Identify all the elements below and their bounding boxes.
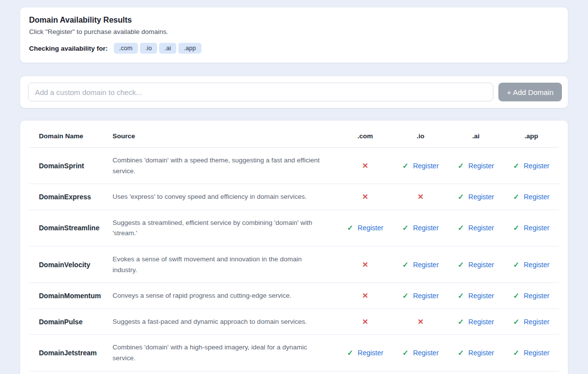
domain-name: DomainStreamline	[29, 210, 108, 246]
check-icon: ✓	[457, 348, 464, 357]
register-link[interactable]: Register	[523, 292, 549, 300]
register-link[interactable]: Register	[413, 162, 439, 170]
register-link[interactable]: Register	[523, 261, 549, 269]
domain-name: DomainExpress	[29, 184, 108, 210]
register-link[interactable]: Register	[358, 349, 383, 357]
page: Domain Availability Results Click "Regis…	[0, 0, 588, 374]
register-link[interactable]: Register	[523, 162, 549, 170]
checking-label: Checking availability for:	[29, 45, 108, 52]
add-domain-button[interactable]: + Add Domain	[498, 83, 562, 101]
table-row: DomainExpressUses 'express' to convey sp…	[29, 184, 559, 210]
register-link[interactable]: Register	[523, 318, 549, 326]
availability-cell-app: ✓Register	[513, 317, 550, 326]
domain-name: DomainJetstream	[29, 335, 108, 371]
add-domain-card: + Add Domain	[20, 76, 568, 108]
register-link[interactable]: Register	[523, 193, 549, 201]
check-icon: ✓	[457, 161, 464, 170]
availability-cell-ai: ✓Register	[457, 348, 494, 357]
availability-cell-io: ✓Register	[402, 260, 439, 269]
page-title: Domain Availability Results	[29, 16, 559, 25]
unavailable-x-icon: ✕	[418, 192, 424, 201]
register-link[interactable]: Register	[468, 162, 494, 170]
domain-source: Evokes a sense of swift movement and inn…	[108, 246, 337, 282]
domain-name: DomainSprint	[29, 148, 108, 184]
checking-row: Checking availability for: .com.io.ai.ap…	[29, 43, 559, 54]
table-row: DomainPulseSuggests a fast-paced and dyn…	[29, 309, 559, 335]
table-row: DomainVelocityEvokes a sense of swift mo…	[29, 246, 559, 282]
tld-badge-list: .com.io.ai.app	[114, 43, 203, 54]
domain-source: Suggests a fast-paced and dynamic approa…	[108, 309, 337, 335]
check-icon: ✓	[402, 161, 409, 170]
page-subtitle: Click "Register" to purchase available d…	[29, 28, 559, 35]
check-icon: ✓	[513, 317, 520, 326]
check-icon: ✓	[513, 260, 520, 269]
register-link[interactable]: Register	[468, 193, 494, 201]
check-icon: ✓	[457, 291, 464, 300]
register-link[interactable]: Register	[523, 349, 549, 357]
check-icon: ✓	[457, 317, 464, 326]
custom-domain-input[interactable]	[28, 83, 493, 101]
check-icon: ✓	[513, 161, 520, 170]
availability-cell-com: ✓Register	[347, 223, 384, 232]
check-icon: ✓	[513, 291, 520, 300]
check-icon: ✓	[402, 348, 409, 357]
domain-source: Suggests a streamlined, efficient servic…	[108, 210, 337, 246]
register-link[interactable]: Register	[413, 261, 439, 269]
availability-cell-app: ✓Register	[513, 348, 550, 357]
unavailable-x-icon: ✕	[362, 161, 368, 170]
domain-source: Uses 'express' to convey speed and effic…	[108, 184, 337, 210]
domain-source: Combines 'domain' with a high-speed imag…	[108, 335, 337, 371]
register-link[interactable]: Register	[413, 349, 439, 357]
availability-cell-io: ✓Register	[402, 161, 439, 170]
table-row: DomainMomentumConveys a sense of rapid p…	[29, 283, 559, 309]
availability-cell-io: ✓Register	[402, 291, 439, 300]
domain-name: DomainPulse	[29, 309, 108, 335]
availability-table: Domain Name Source .com .io .ai .app Dom…	[29, 124, 559, 372]
check-icon: ✓	[513, 348, 520, 357]
column-header-app: .app	[504, 124, 559, 148]
table-row: DomainJetstreamCombines 'domain' with a …	[29, 335, 559, 371]
check-icon: ✓	[457, 223, 464, 232]
register-link[interactable]: Register	[468, 224, 494, 232]
column-header-domain-name: Domain Name	[29, 124, 108, 148]
availability-cell-io: ✓Register	[402, 223, 439, 232]
check-icon: ✓	[457, 260, 464, 269]
register-link[interactable]: Register	[358, 224, 383, 232]
check-icon: ✓	[457, 192, 464, 201]
register-link[interactable]: Register	[413, 292, 439, 300]
availability-cell-app: ✓Register	[513, 291, 550, 300]
availability-cell-ai: ✓Register	[457, 260, 494, 269]
availability-cell-ai: ✓Register	[457, 291, 494, 300]
register-link[interactable]: Register	[468, 292, 494, 300]
check-icon: ✓	[513, 192, 520, 201]
domain-source: Conveys a sense of rapid progress and cu…	[108, 283, 337, 309]
check-icon: ✓	[402, 223, 409, 232]
register-link[interactable]: Register	[468, 349, 494, 357]
check-icon: ✓	[402, 260, 409, 269]
availability-cell-ai: ✓Register	[457, 223, 494, 232]
table-header-row: Domain Name Source .com .io .ai .app	[29, 124, 559, 148]
table-row: DomainStreamlineSuggests a streamlined, …	[29, 210, 559, 246]
domain-name: DomainMomentum	[29, 283, 108, 309]
check-icon: ✓	[347, 223, 354, 232]
tld-badge-ai: .ai	[159, 43, 176, 54]
availability-cell-ai: ✓Register	[457, 317, 494, 326]
register-link[interactable]: Register	[468, 318, 494, 326]
unavailable-x-icon: ✕	[362, 192, 368, 201]
check-icon: ✓	[513, 223, 520, 232]
register-link[interactable]: Register	[523, 224, 549, 232]
availability-cell-ai: ✓Register	[457, 192, 494, 201]
tld-badge-com: .com	[114, 43, 138, 54]
availability-cell-io: ✓Register	[402, 348, 439, 357]
results-table-card: Domain Name Source .com .io .ai .app Dom…	[20, 120, 568, 374]
domain-name: DomainVelocity	[29, 246, 108, 282]
check-icon: ✓	[347, 348, 354, 357]
availability-cell-app: ✓Register	[513, 192, 550, 201]
tld-badge-io: .io	[140, 43, 157, 54]
unavailable-x-icon: ✕	[418, 317, 424, 326]
table-row: DomainSprintCombines 'domain' with a spe…	[29, 148, 559, 184]
register-link[interactable]: Register	[413, 224, 439, 232]
register-link[interactable]: Register	[468, 261, 494, 269]
column-header-ai: .ai	[448, 124, 503, 148]
availability-cell-app: ✓Register	[513, 161, 550, 170]
